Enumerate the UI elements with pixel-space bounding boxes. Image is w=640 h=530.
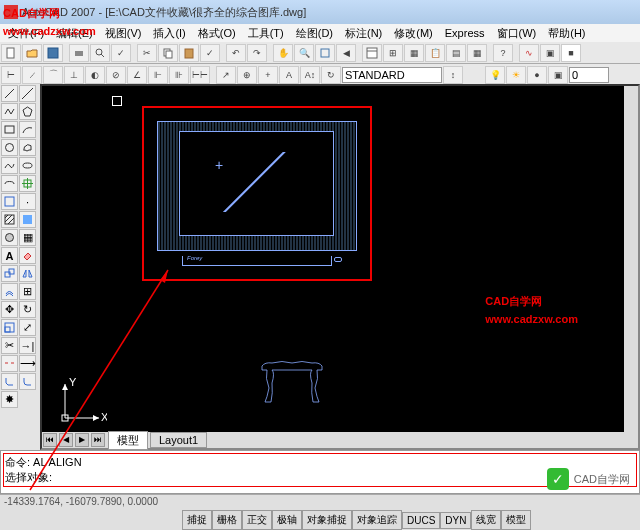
scrollbar-vertical[interactable] — [624, 86, 638, 432]
render-env-icon[interactable]: ▣ — [548, 66, 568, 84]
join-icon[interactable]: ⟶ — [19, 355, 36, 372]
markup-icon[interactable]: ▤ — [446, 44, 466, 62]
insert-icon[interactable] — [19, 175, 36, 192]
trim-icon[interactable]: ✂ — [1, 337, 18, 354]
drawing-canvas[interactable]: + Forey Y X CAD自学网www.cadzxw.com ⏮ ◀ ▶ ⏭ — [40, 84, 640, 450]
extend-icon[interactable]: →| — [19, 337, 36, 354]
calc-icon[interactable]: ▦ — [467, 44, 487, 62]
material-icon[interactable]: ● — [527, 66, 547, 84]
help-icon[interactable]: ? — [493, 44, 513, 62]
layer-dropdown[interactable]: 0 — [569, 67, 609, 83]
block-make-icon[interactable] — [1, 193, 18, 210]
status-toggle[interactable]: DYN — [440, 512, 471, 529]
table-icon[interactable]: ▦ — [19, 229, 36, 246]
save-icon[interactable] — [43, 44, 63, 62]
zoom-prev-icon[interactable]: ◀ — [336, 44, 356, 62]
print-icon[interactable] — [69, 44, 89, 62]
ellipse-arc-icon[interactable] — [1, 175, 18, 192]
dim-rad-icon[interactable]: ◐ — [85, 66, 105, 84]
menu-item[interactable]: 格式(O) — [192, 26, 242, 41]
light-icon[interactable]: 💡 — [485, 66, 505, 84]
coordinates-display[interactable]: -14339.1764, -16079.7890, 0.0000 — [0, 494, 640, 510]
status-toggle[interactable]: 模型 — [501, 510, 531, 530]
status-toggle[interactable]: 正交 — [242, 510, 272, 530]
cut-icon[interactable]: ✂ — [137, 44, 157, 62]
tab-next-icon[interactable]: ▶ — [75, 433, 89, 447]
mtext-icon[interactable]: A — [1, 247, 18, 264]
dim-update-icon[interactable]: ↻ — [321, 66, 341, 84]
point-icon[interactable]: · — [19, 193, 36, 210]
table-drawing-object[interactable] — [257, 358, 327, 403]
pline-icon[interactable] — [1, 103, 18, 120]
et-icon[interactable]: ∿ — [519, 44, 539, 62]
leader-icon[interactable]: ↗ — [216, 66, 236, 84]
menu-item[interactable]: 窗口(W) — [491, 26, 543, 41]
publish-icon[interactable]: ✓ — [111, 44, 131, 62]
xline-icon[interactable] — [19, 85, 36, 102]
chamfer-icon[interactable] — [1, 373, 18, 390]
hatch-icon[interactable] — [1, 211, 18, 228]
open-icon[interactable] — [22, 44, 42, 62]
break-icon[interactable] — [1, 355, 18, 372]
menu-item[interactable]: 帮助(H) — [542, 26, 591, 41]
dim-align-icon[interactable]: ⟋ — [22, 66, 42, 84]
dimstyle-dropdown[interactable]: STANDARD — [342, 67, 442, 83]
zoom-win-icon[interactable] — [315, 44, 335, 62]
rect-icon[interactable] — [1, 121, 18, 138]
preview-icon[interactable] — [90, 44, 110, 62]
tool-palette-icon[interactable]: ▦ — [404, 44, 424, 62]
arc-icon[interactable] — [19, 121, 36, 138]
dim-tedit-icon[interactable]: A↕ — [300, 66, 320, 84]
dim-arc-icon[interactable]: ⌒ — [43, 66, 63, 84]
offset-icon[interactable] — [1, 283, 18, 300]
sun-icon[interactable]: ☀ — [506, 66, 526, 84]
tab-layout1[interactable]: Layout1 — [150, 432, 207, 448]
status-toggle[interactable]: 对象追踪 — [352, 510, 402, 530]
sheet-icon[interactable]: 📋 — [425, 44, 445, 62]
line-icon[interactable] — [1, 85, 18, 102]
tab-model[interactable]: 模型 — [108, 431, 148, 450]
tv-drawing-object[interactable]: + Forey — [157, 121, 357, 266]
copy-mod-icon[interactable] — [1, 265, 18, 282]
array-icon[interactable]: ⊞ — [19, 283, 36, 300]
rotate-icon[interactable]: ↻ — [19, 301, 36, 318]
fillet-icon[interactable] — [19, 373, 36, 390]
props-icon[interactable] — [362, 44, 382, 62]
menu-item[interactable]: 绘图(D) — [290, 26, 339, 41]
status-toggle[interactable]: 捕捉 — [182, 510, 212, 530]
dim-base-icon[interactable]: ⊪ — [169, 66, 189, 84]
circle-icon[interactable] — [1, 139, 18, 156]
paste-icon[interactable] — [179, 44, 199, 62]
stretch-icon[interactable]: ⤢ — [19, 319, 36, 336]
tab-first-icon[interactable]: ⏮ — [43, 433, 57, 447]
dim-cont-icon[interactable]: ⊢⊢ — [190, 66, 210, 84]
match-icon[interactable]: ✓ — [200, 44, 220, 62]
menu-item[interactable]: Express — [439, 27, 491, 39]
gradient-icon[interactable] — [19, 211, 36, 228]
menu-item[interactable]: 标注(N) — [339, 26, 388, 41]
erase-icon[interactable] — [19, 247, 36, 264]
spline-icon[interactable] — [1, 157, 18, 174]
polygon-icon[interactable] — [19, 103, 36, 120]
status-toggle[interactable]: 对象捕捉 — [302, 510, 352, 530]
ellipse-icon[interactable] — [19, 157, 36, 174]
tab-prev-icon[interactable]: ◀ — [59, 433, 73, 447]
explode-icon[interactable]: ✸ — [1, 391, 18, 408]
status-toggle[interactable]: 线宽 — [471, 510, 501, 530]
zoom-rt-icon[interactable]: 🔍 — [294, 44, 314, 62]
command-window[interactable]: 命令: AL ALIGN 选择对象: — [0, 450, 640, 494]
menu-item[interactable]: 工具(T) — [242, 26, 290, 41]
dim-linear-icon[interactable]: ⊢ — [1, 66, 21, 84]
revcloud-icon[interactable] — [19, 139, 36, 156]
dim-ang-icon[interactable]: ∠ — [127, 66, 147, 84]
dim-edit-icon[interactable]: A — [279, 66, 299, 84]
color-icon[interactable]: ■ — [561, 44, 581, 62]
dim-ord-icon[interactable]: ⊥ — [64, 66, 84, 84]
copy-icon[interactable] — [158, 44, 178, 62]
region-icon[interactable] — [1, 229, 18, 246]
new-icon[interactable] — [1, 44, 21, 62]
status-toggle[interactable]: 极轴 — [272, 510, 302, 530]
tolerance-icon[interactable]: ⊕ — [237, 66, 257, 84]
menu-item[interactable]: 插入(I) — [147, 26, 191, 41]
status-toggle[interactable]: 栅格 — [212, 510, 242, 530]
